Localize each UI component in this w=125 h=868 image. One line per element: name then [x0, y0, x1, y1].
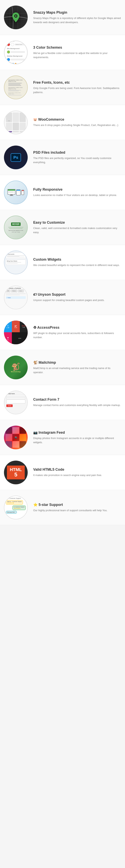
feature-desc-snazzy: Snazzy Maps Plugin is a repository of di… [33, 16, 121, 25]
feature-desc-html5: It makes site promotion in search engine… [33, 473, 121, 477]
unyson-emoji: 🏷 [33, 292, 38, 297]
feature-title-colors: 3 Color Schemes [33, 45, 121, 50]
feature-title-cf7: Contact Form 7 [33, 398, 121, 402]
feature-title-html5: Valid HTML5 Code [33, 467, 121, 472]
feature-desc-accesspress: WP plugin to display your social account… [33, 331, 121, 340]
mailchimp-emoji: 🐒 [33, 361, 38, 365]
feature-image-customize: MOVER logo text that appears in the vali… [4, 216, 28, 239]
feature-text-widgets: Custom Widgets We created beautiful widg… [33, 257, 121, 268]
feature-title-widgets: Custom Widgets [33, 257, 121, 261]
feature-title-customize: Easy to Customize [33, 220, 121, 225]
feature-mailchimp: 🐒 MailChimp 🐒 Mailchimp MailChimp is an … [0, 350, 125, 385]
feature-desc-support: Our highly professional team of support … [33, 508, 121, 513]
feature-text-support: ⭐ 5-star Support Our highly professional… [33, 502, 121, 513]
feature-image-widgets: Recent posts Bring Your Clients [4, 251, 28, 274]
feature-text-html5: Valid HTML5 Code It makes site promotion… [33, 467, 121, 477]
support-emoji: ⭐ [33, 503, 38, 507]
feature-support: ✦ for Customer Support Agency - Customer… [0, 490, 125, 525]
feature-image-mailchimp: 🐒 MailChimp [4, 355, 28, 379]
feature-image-unyson: ● Elements ● Contents BB Button Icon+ ✓ … [4, 286, 28, 309]
feature-title-snazzy: Snazzy Maps Plugin [33, 10, 121, 14]
feature-image-html5: HTML5 [4, 461, 28, 484]
feature-text-customize: Easy to Customize Clean, valid, well com… [33, 220, 121, 235]
feature-title-responsive: Fully Responsive [33, 187, 121, 192]
feature-free-fonts: typography makes look better for the typ… [0, 70, 125, 105]
feature-image-support: ✦ for Customer Support Agency - Customer… [4, 496, 28, 519]
feature-html5: HTML5 Valid HTML5 Code It makes site pro… [0, 455, 125, 490]
feature-desc-widgets: We created beautiful widgets to represen… [33, 263, 121, 268]
feature-desc-psd: The PSD files are perfectly organized, s… [33, 156, 121, 164]
feature-title-support: ⭐ 5-star Support [33, 502, 121, 507]
feature-text-cf7: Contact Form 7 Manage contact forms and … [33, 398, 121, 407]
feature-image-cf7: contact form Send [4, 391, 28, 414]
feature-widgets: Recent posts Bring Your Clients Custom W… [0, 245, 125, 280]
feature-desc-customize: Clean, valid, well commented & formatted… [33, 226, 121, 235]
feature-image-colors: Text Color Select Color Site Background … [4, 40, 28, 64]
feature-title-mailchimp: 🐒 Mailchimp [33, 360, 121, 365]
feature-desc-colors: We've got a flexible color customizer to… [33, 51, 121, 60]
feature-image-snazzy [4, 5, 28, 29]
feature-desc-fonts: Only Google Fonts are being used. Font A… [33, 86, 121, 95]
svg-point-7 [15, 15, 17, 17]
feature-image-responsive [4, 181, 28, 204]
feature-title-psd: PSD Files included [33, 151, 121, 155]
feature-title-woo: 🐷 WooCommerce [33, 118, 121, 122]
feature-psd: Ps PSD Files included The PSD files are … [0, 140, 125, 175]
feature-desc-cf7: Manage contact forms and customize every… [33, 403, 121, 407]
feature-snazzy-maps: Snazzy Maps Plugin Snazzy Maps Plugin is… [0, 0, 125, 35]
feature-desc-mailchimp: MailChimp is an email marketing service … [33, 366, 121, 375]
feature-image-fonts: typography makes look better for the typ… [4, 75, 28, 99]
feature-image-instagram: 📷 [4, 426, 28, 449]
feature-text-instagram: 📷 Instagram Feed Display photos from Ins… [33, 430, 121, 444]
feature-cf7: contact form Send Contact Form 7 Manage … [0, 385, 125, 420]
feature-image-psd: Ps [4, 146, 28, 169]
feature-instagram: 📷 📷 Instagram Feed Display photos from I… [0, 420, 125, 455]
feature-customize: MOVER logo text that appears in the vali… [0, 210, 125, 245]
feature-text-mailchimp: 🐒 Mailchimp MailChimp is an email market… [33, 360, 121, 375]
feature-image-accesspress: f 2.3K g+ 3.2K 15:11 4.4K ♥ 4K ●●● [4, 320, 28, 344]
feature-title-instagram: 📷 Instagram Feed [33, 430, 121, 435]
feature-desc-responsive: Looks awesome no matter if Your visitors… [33, 193, 121, 197]
feature-text-woo: 🐷 WooCommerce There are 6 shop pages (in… [33, 118, 121, 127]
feature-text-unyson: 🏷 Unyson Support Unyson support for crea… [33, 292, 121, 302]
feature-desc-unyson: Unyson support for creating beautiful cu… [33, 298, 121, 302]
feature-text-psd: PSD Files included The PSD files are per… [33, 151, 121, 164]
feature-accesspress: f 2.3K g+ 3.2K 15:11 4.4K ♥ 4K ●●● [0, 315, 125, 350]
feature-image-woo: shoe [4, 111, 28, 134]
feature-text-snazzy: Snazzy Maps Plugin Snazzy Maps Plugin is… [33, 10, 121, 25]
feature-text-responsive: Fully Responsive Looks awesome no matter… [33, 187, 121, 197]
feature-color-schemes: Text Color Select Color Site Background … [0, 35, 125, 70]
instagram-emoji: 📷 [33, 431, 38, 434]
feature-title-accesspress: ♻ AccessPress [33, 325, 121, 330]
feature-text-colors: 3 Color Schemes We've got a flexible col… [33, 45, 121, 60]
feature-woocommerce: shoe 🐷 WooCommerce There are 6 shop page… [0, 105, 125, 140]
feature-desc-woo: There are 6 shop pages (including Single… [33, 123, 121, 127]
feature-responsive: Fully Responsive Looks awesome no matter… [0, 175, 125, 210]
woo-emoji: 🐷 [33, 118, 37, 121]
feature-text-fonts: Free Fonts, Icons, etc Only Google Fonts… [33, 81, 121, 95]
feature-title-unyson: 🏷 Unyson Support [33, 292, 121, 297]
accesspress-emoji: ♻ [33, 326, 37, 330]
feature-title-fonts: Free Fonts, Icons, etc [33, 81, 121, 85]
feature-text-accesspress: ♻ AccessPress WP plugin to display your … [33, 325, 121, 340]
feature-desc-instagram: Display photos from Instagram accounts i… [33, 436, 121, 444]
feature-unyson: ● Elements ● Contents BB Button Icon+ ✓ … [0, 280, 125, 315]
